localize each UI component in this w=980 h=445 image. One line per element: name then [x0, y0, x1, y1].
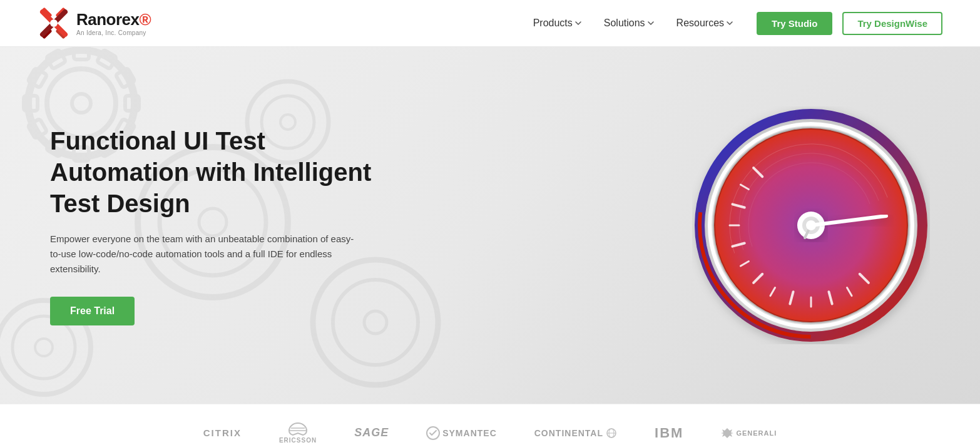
nav-solutions[interactable]: Solutions	[595, 13, 663, 34]
hero-section: Functional UI Test Automation with Intel…	[0, 47, 980, 404]
symantec-checkmark-icon	[426, 426, 440, 440]
logo-subtitle: An Idera, Inc. Company	[76, 29, 151, 36]
try-studio-button[interactable]: Try Studio	[757, 12, 832, 35]
ericsson-logo: ERICSSON	[279, 422, 317, 444]
partner-logos-bar: CiTRiX ERICSSON sage Symantec Continenta…	[0, 404, 980, 445]
symantec-logo: Symantec	[426, 426, 497, 440]
generali-logo: GENERALI	[721, 427, 777, 439]
logo-brand-name: Ranorex®	[76, 10, 151, 29]
chevron-down-icon	[648, 21, 654, 25]
free-trial-button[interactable]: Free Trial	[50, 297, 135, 325]
hero-title: Functional UI Test Automation with Intel…	[50, 125, 375, 219]
speedometer-graphic	[692, 106, 930, 344]
generali-eagle-icon	[721, 427, 733, 439]
chevron-down-icon	[575, 21, 581, 25]
logo[interactable]: Ranorex® An Idera, Inc. Company	[38, 7, 151, 39]
hero-description: Empower everyone on the team with an unb…	[50, 232, 363, 277]
nav-products[interactable]: Products	[524, 13, 590, 34]
logo-text: Ranorex® An Idera, Inc. Company	[76, 10, 151, 36]
main-nav: Products Solutions Resources Try Studio …	[524, 12, 942, 35]
nav-resources[interactable]: Resources	[668, 13, 742, 34]
ranorex-logo-icon	[38, 7, 70, 39]
ibm-logo: IBM	[655, 425, 683, 441]
svg-point-57	[806, 220, 816, 230]
continental-logo-icon	[606, 427, 617, 439]
hero-content: Functional UI Test Automation with Intel…	[0, 88, 426, 363]
ericsson-logo-icon	[287, 422, 309, 436]
citrix-logo: CiTRiX	[203, 427, 242, 438]
site-header: Ranorex® An Idera, Inc. Company Products…	[0, 0, 980, 47]
try-designwise-button[interactable]: Try DesignWise	[842, 12, 942, 35]
continental-logo: Continental	[534, 427, 617, 439]
chevron-down-icon	[727, 21, 733, 25]
hero-speedometer	[692, 106, 930, 344]
svg-point-8	[50, 19, 58, 27]
sage-logo: sage	[354, 426, 389, 439]
